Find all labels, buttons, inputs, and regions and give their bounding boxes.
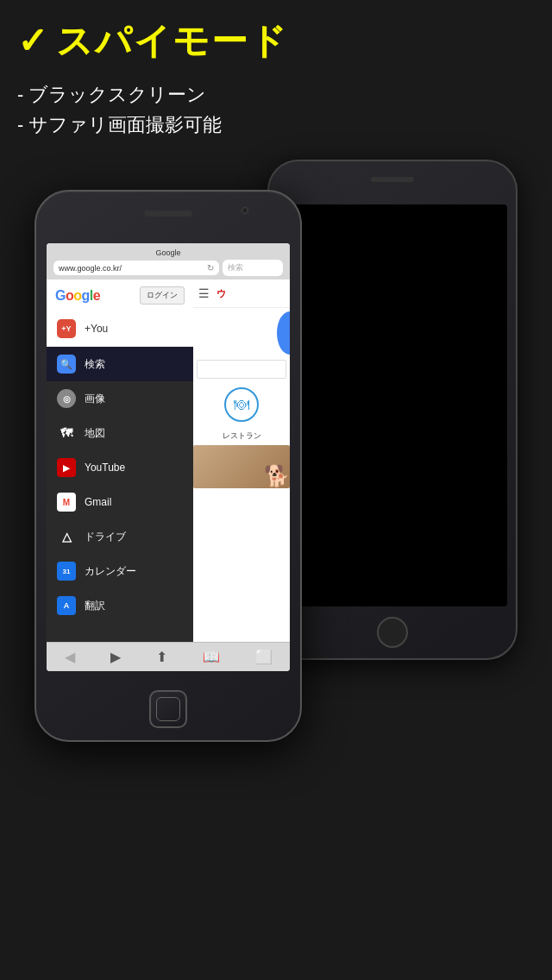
home-button[interactable]: [149, 690, 187, 728]
maps-label: 地図: [85, 426, 105, 441]
logo-o1: o: [66, 288, 73, 303]
logo-o2: o: [73, 288, 81, 303]
images-icon: ◎: [57, 389, 76, 408]
right-top-bar: ☰ ウ: [193, 280, 290, 308]
plus-you-label: +You: [85, 323, 108, 335]
youtube-icon: ▶: [57, 458, 76, 477]
maps-icon: 🗺: [57, 424, 76, 443]
phone-back-speaker: [371, 177, 414, 182]
logo-g: G: [55, 288, 66, 303]
search-field[interactable]: 検索: [223, 260, 283, 276]
youtube-label: YouTube: [85, 462, 125, 474]
google-logo: Google: [55, 288, 100, 304]
browser-content: Google ログイン +Y +You 🔍 検索 ◎: [47, 280, 290, 647]
menu-item-plus-you[interactable]: +Y +You: [47, 311, 193, 347]
dog-photo: 🐕: [264, 464, 290, 488]
restaurant-label: レストラン: [193, 430, 290, 442]
calendar-label: カレンダー: [85, 564, 136, 579]
plus-you-icon: +Y: [57, 319, 76, 338]
checkmark-icon: ✓: [17, 21, 49, 61]
photo-thumbnail: 🐕: [193, 445, 290, 488]
red-tab[interactable]: ウ: [216, 287, 226, 300]
page-title: Google: [53, 248, 283, 257]
menu-item-maps[interactable]: 🗺 地図: [47, 416, 193, 450]
reload-icon[interactable]: ↻: [207, 263, 214, 273]
safari-toolbar: ◀ ▶ ⬆ 📖 ⬜: [47, 642, 290, 671]
images-label: 画像: [85, 392, 105, 406]
menu-item-images[interactable]: ◎ 画像: [47, 381, 193, 416]
calendar-icon: 31: [57, 562, 76, 581]
phone-back: [267, 160, 518, 660]
header-area: ✓スパイモード - ブラックスクリーン - サファリ画面撮影可能: [17, 17, 535, 140]
gmail-icon: M: [57, 493, 76, 512]
bullet-2: - サファリ画面撮影可能: [17, 110, 535, 140]
bullet-points: - ブラックスクリーン - サファリ画面撮影可能: [17, 79, 535, 140]
home-button-inner: [156, 697, 180, 721]
menu-item-search[interactable]: 🔍 検索: [47, 347, 193, 381]
menu-item-translate[interactable]: A 翻訳: [47, 588, 193, 623]
search-box[interactable]: [197, 360, 286, 379]
phone-back-screen: [278, 204, 507, 606]
logo-g2: g: [82, 288, 90, 303]
search-label: 検索: [85, 357, 105, 372]
menu-item-calendar[interactable]: 31 カレンダー: [47, 554, 193, 588]
menu-item-youtube[interactable]: ▶ YouTube: [47, 450, 193, 485]
tabs-button[interactable]: ⬜: [248, 645, 279, 669]
bullet-1: - ブラックスクリーン: [17, 79, 535, 110]
back-button[interactable]: ◀: [58, 645, 82, 669]
spy-mode-title: ✓スパイモード: [17, 17, 535, 66]
restaurant-icon: 🍽: [224, 387, 259, 422]
front-camera: [242, 207, 248, 214]
bookmarks-button[interactable]: 📖: [196, 645, 227, 669]
search-icon: 🔍: [57, 355, 76, 374]
gmail-label: Gmail: [85, 496, 111, 508]
phone-speaker: [145, 210, 192, 217]
translate-icon: A: [57, 596, 76, 615]
menu-item-drive[interactable]: △ ドライブ: [47, 519, 193, 554]
drive-label: ドライブ: [85, 530, 126, 544]
phone-front: Google www.google.co.kr/ ↻ 検索 Google: [34, 190, 302, 742]
google-menu: Google ログイン +Y +You 🔍 検索 ◎: [47, 280, 193, 647]
url-field[interactable]: www.google.co.kr/ ↻: [53, 261, 219, 275]
share-button[interactable]: ⬆: [149, 645, 174, 669]
menu-item-gmail[interactable]: M Gmail: [47, 485, 193, 519]
login-button[interactable]: ログイン: [140, 286, 185, 305]
safari-address-bar: Google www.google.co.kr/ ↻ 検索: [47, 243, 290, 280]
url-text: www.google.co.kr/: [59, 264, 122, 273]
google-header: Google ログイン: [47, 280, 193, 311]
title-text: スパイモード: [56, 21, 288, 61]
forward-button[interactable]: ▶: [104, 645, 128, 669]
phone-back-home-button: [377, 617, 408, 648]
search-placeholder: 検索: [228, 263, 243, 272]
browser-right-content: ☰ ウ 🍽 レストラン 🐕: [193, 280, 290, 647]
phone-screen: Google www.google.co.kr/ ↻ 検索 Google: [47, 243, 290, 671]
drive-icon: △: [57, 527, 76, 546]
google-circle-partial: [277, 311, 290, 355]
translate-label: 翻訳: [85, 599, 105, 613]
url-row: www.google.co.kr/ ↻ 検索: [53, 260, 283, 276]
logo-e: e: [93, 288, 100, 303]
hamburger-icon[interactable]: ☰: [198, 286, 210, 300]
